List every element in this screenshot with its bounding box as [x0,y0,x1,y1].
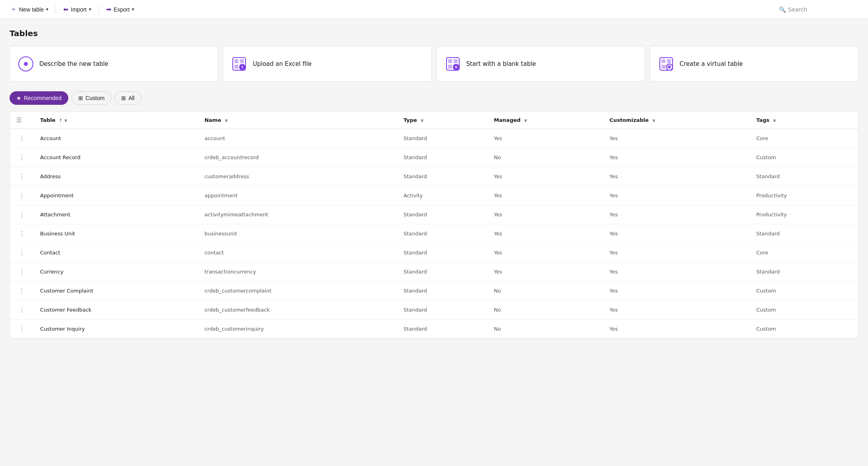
col-tags[interactable]: Tags ∨ [750,112,858,129]
col-type[interactable]: Type ∨ [397,112,487,129]
list-view-toggle[interactable]: ☰ [10,112,34,129]
row-tags-5: Standard [750,224,858,243]
filter-recommended[interactable]: ★ Recommended [10,91,68,105]
import-button[interactable]: ⬅ Import ▾ [59,3,95,15]
col-name[interactable]: Name ∨ [198,112,397,129]
row-context-menu-0[interactable]: ⋮ [16,134,27,143]
virtual-icon [658,56,674,72]
row-context-menu-8[interactable]: ⋮ [16,286,27,295]
row-customizable-7: Yes [603,262,750,281]
row-table-name-4: Attachment [34,205,198,224]
row-tags-4: Productivity [750,205,858,224]
row-logical-name-10: crdeb_customerinquiry [198,320,397,339]
row-type-8: Standard [397,281,487,300]
row-table-name-10: Customer Inquiry [34,320,198,339]
new-table-button[interactable]: ＋ New table ▾ [6,3,52,16]
row-logical-name-1: crdeb_accountrecord [198,148,397,167]
row-customizable-10: Yes [603,320,750,339]
row-context-menu-1[interactable]: ⋮ [16,153,27,162]
table-row: ⋮ Account account Standard Yes Yes Core [10,129,858,148]
col-customizable[interactable]: Customizable ∨ [603,112,750,129]
search-icon: 🔍 [779,6,786,13]
row-logical-name-5: businessunit [198,224,397,243]
sort-asc-icon: ↑ ∨ [59,118,68,123]
blank-table-card[interactable]: + Start with a blank table [437,46,645,82]
page-title: Tables [10,29,858,38]
row-customizable-2: Yes [603,167,750,186]
row-type-4: Standard [397,205,487,224]
table-row: ⋮ Address customeraddress Standard Yes Y… [10,167,858,186]
col-name-sort: ∨ [224,118,228,123]
search-area[interactable]: 🔍 Search [774,4,862,15]
row-managed-3: Yes [487,186,603,205]
upload-excel-card[interactable]: ↑ Upload an Excel file [223,46,431,82]
table-row: ⋮ Customer Complaint crdeb_customercompl… [10,281,858,300]
row-context-menu-10[interactable]: ⋮ [16,324,27,333]
row-managed-2: Yes [487,167,603,186]
plus-icon: ＋ [10,5,17,13]
row-context-menu-2[interactable]: ⋮ [16,172,27,181]
table-row: ⋮ Business Unit businessunit Standard Ye… [10,224,858,243]
row-type-1: Standard [397,148,487,167]
row-menu-cell: ⋮ [10,281,34,300]
row-logical-name-8: crdeb_customercomplaint [198,281,397,300]
col-table[interactable]: Table ↑ ∨ [34,112,198,129]
star-icon: ★ [16,95,21,101]
svg-rect-12 [448,65,452,69]
col-type-sort: ∨ [420,118,424,123]
header-row: ☰ Table ↑ ∨ Name ∨ Type ∨ Ma [10,112,858,129]
custom-label: Custom [85,95,104,101]
data-table-container: ☰ Table ↑ ∨ Name ∨ Type ∨ Ma [10,111,858,339]
row-menu-cell: ⋮ [10,129,34,148]
grid-icon-all: ⊞ [121,95,126,101]
svg-rect-19 [661,65,665,69]
row-customizable-5: Yes [603,224,750,243]
svg-rect-18 [667,59,671,63]
row-context-menu-4[interactable]: ⋮ [16,210,27,219]
filter-all[interactable]: ⊞ All [114,91,141,105]
row-logical-name-9: crdeb_customerfeedback [198,300,397,320]
chevron-down-icon-3: ▾ [132,7,134,12]
row-type-7: Standard [397,262,487,281]
row-menu-cell: ⋮ [10,205,34,224]
row-context-menu-3[interactable]: ⋮ [16,191,27,200]
list-icon: ☰ [16,116,22,124]
table-row: ⋮ Account Record crdeb_accountrecord Sta… [10,148,858,167]
virtual-table-card[interactable]: Create a virtual table [650,46,858,82]
row-table-name-0: Account [34,129,198,148]
row-table-name-2: Address [34,167,198,186]
row-table-name-7: Currency [34,262,198,281]
row-context-menu-9[interactable]: ⋮ [16,305,27,314]
tables-list: ☰ Table ↑ ∨ Name ∨ Type ∨ Ma [10,112,858,339]
upload-excel-label: Upload an Excel file [253,60,311,67]
row-customizable-3: Yes [603,186,750,205]
filter-custom[interactable]: ⊞ Custom [72,91,111,105]
row-menu-cell: ⋮ [10,148,34,167]
svg-text:↑: ↑ [241,65,244,69]
row-customizable-1: Yes [603,148,750,167]
row-table-name-5: Business Unit [34,224,198,243]
row-tags-6: Core [750,243,858,262]
col-managed[interactable]: Managed ∨ [487,112,603,129]
import-icon: ⬅ [63,6,68,13]
row-customizable-6: Yes [603,243,750,262]
row-type-10: Standard [397,320,487,339]
ai-icon [18,56,34,72]
row-logical-name-4: activitymimeattachment [198,205,397,224]
row-context-menu-5[interactable]: ⋮ [16,229,27,238]
table-body: ⋮ Account account Standard Yes Yes Core … [10,129,858,339]
row-managed-1: No [487,148,603,167]
row-logical-name-6: contact [198,243,397,262]
describe-card[interactable]: Describe the new table [10,46,218,82]
row-customizable-0: Yes [603,129,750,148]
row-context-menu-7[interactable]: ⋮ [16,267,27,276]
row-tags-10: Custom [750,320,858,339]
row-managed-9: No [487,300,603,320]
export-button[interactable]: ➡ Export ▾ [102,3,138,15]
export-icon: ➡ [106,6,111,13]
table-row: ⋮ Customer Feedback crdeb_customerfeedba… [10,300,858,320]
row-type-2: Standard [397,167,487,186]
row-context-menu-6[interactable]: ⋮ [16,248,27,257]
import-label: Import [71,6,87,13]
col-customizable-sort: ∨ [652,118,655,123]
